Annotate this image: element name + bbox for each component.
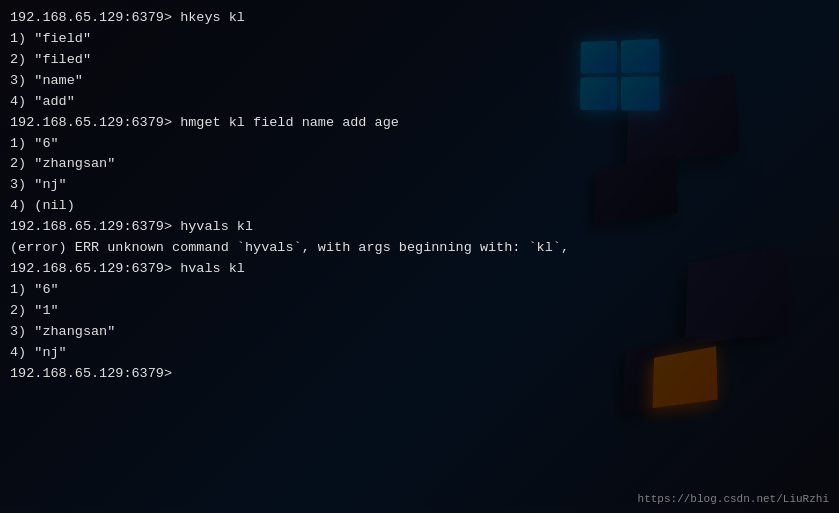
- terminal-line: 192.168.65.129:6379> hyvals kl: [10, 217, 829, 238]
- terminal-line: 4) "nj": [10, 343, 829, 364]
- terminal-line: 192.168.65.129:6379> hvals kl: [10, 259, 829, 280]
- terminal-line: 192.168.65.129:6379> hmget kl field name…: [10, 113, 829, 134]
- terminal-line: (error) ERR unknown command `hyvals`, wi…: [10, 238, 829, 259]
- terminal-line: 4) (nil): [10, 196, 829, 217]
- terminal-line: 1) "field": [10, 29, 829, 50]
- terminal-line: 4) "add": [10, 92, 829, 113]
- terminal-line: 192.168.65.129:6379>: [10, 364, 829, 385]
- terminal-line: 3) "name": [10, 71, 829, 92]
- terminal-line: 2) "zhangsan": [10, 154, 829, 175]
- terminal-line: 1) "6": [10, 280, 829, 301]
- terminal-window: 192.168.65.129:6379> hkeys kl1) "field"2…: [0, 0, 839, 513]
- terminal-line: 3) "zhangsan": [10, 322, 829, 343]
- terminal-line: 3) "nj": [10, 175, 829, 196]
- terminal-line: 1) "6": [10, 134, 829, 155]
- terminal-line: 2) "filed": [10, 50, 829, 71]
- terminal-line: 192.168.65.129:6379> hkeys kl: [10, 8, 829, 29]
- watermark: https://blog.csdn.net/LiuRzhi: [638, 493, 829, 505]
- terminal-line: 2) "1": [10, 301, 829, 322]
